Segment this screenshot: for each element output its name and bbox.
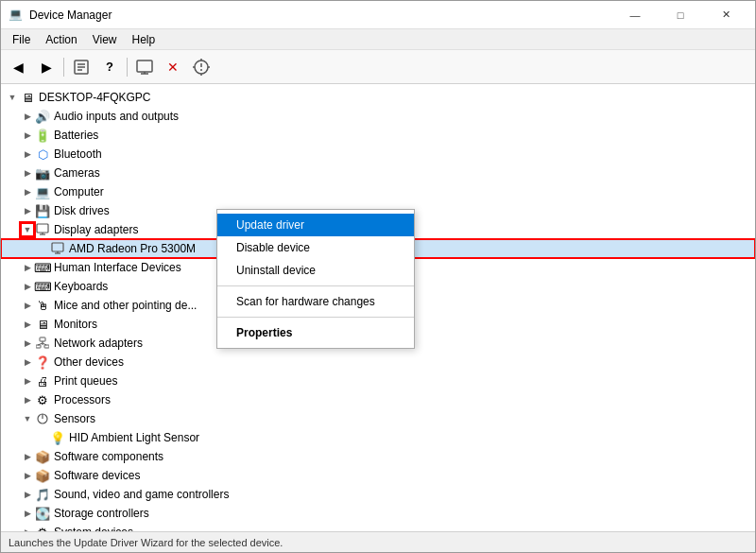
batteries-icon: 🔋 — [35, 128, 50, 143]
expand-amd[interactable] — [35, 241, 50, 256]
computer-icon: 💻 — [35, 184, 50, 199]
sensors-label: Sensors — [54, 412, 95, 425]
cameras-label: Cameras — [54, 166, 100, 180]
tree-item-other[interactable]: ▶ ❓ Other devices — [1, 353, 755, 372]
expand-swdev[interactable]: ▶ — [20, 468, 35, 483]
menu-help[interactable]: Help — [125, 31, 163, 48]
expand-mice[interactable]: ▶ — [20, 298, 35, 313]
audio-icon: 🔊 — [35, 109, 50, 124]
tree-item-cameras[interactable]: ▶ 📷 Cameras — [1, 164, 755, 182]
help-button[interactable]: ? — [96, 54, 123, 80]
tree-item-system[interactable]: ▶ ⚙ System devices — [1, 523, 755, 531]
back-button[interactable]: ◀ — [5, 54, 31, 80]
processors-label: Processors — [54, 393, 111, 406]
cameras-icon: 📷 — [35, 165, 50, 181]
window-title: Device Manager — [29, 9, 112, 22]
expand-processors[interactable]: ▶ — [20, 392, 35, 407]
content-area: ▼ 🖥 DESKTOP-4FQKGPC ▶ 🔊 Audio inputs and… — [1, 84, 755, 531]
print-label: Print queues — [54, 374, 117, 388]
storage-icon: 💽 — [35, 506, 50, 521]
tree-item-sound[interactable]: ▶ 🎵 Sound, video and game controllers — [1, 485, 755, 504]
monitors-icon: 🖥 — [35, 317, 50, 332]
title-bar-left: 💻 Device Manager — [9, 8, 112, 23]
toolbar-separator-2 — [127, 58, 128, 77]
swdev-icon: 📦 — [35, 468, 50, 483]
ctx-disable-device[interactable]: Disable device — [217, 236, 414, 259]
menu-file[interactable]: File — [5, 31, 38, 48]
expand-audio[interactable]: ▶ — [20, 109, 35, 124]
audio-label: Audio inputs and outputs — [54, 110, 179, 123]
disk-label: Disk drives — [54, 204, 110, 217]
menu-action[interactable]: Action — [38, 31, 84, 48]
tree-root[interactable]: ▼ 🖥 DESKTOP-4FQKGPC — [1, 88, 755, 107]
expand-root[interactable]: ▼ — [5, 90, 20, 105]
amd-label: AMD Radeon Pro 5300M — [69, 242, 196, 255]
expand-bluetooth[interactable]: ▶ — [20, 147, 35, 162]
ctx-uninstall-device[interactable]: Uninstall device — [217, 259, 414, 282]
bluetooth-icon: ⬡ — [35, 147, 50, 162]
storage-label: Storage controllers — [54, 507, 149, 520]
tree-item-processors[interactable]: ▶ ⚙ Processors — [1, 390, 755, 409]
root-label: DESKTOP-4FQKGPC — [39, 91, 150, 104]
expand-batteries[interactable]: ▶ — [20, 128, 35, 143]
expand-computer[interactable]: ▶ — [20, 184, 35, 199]
remove-button[interactable]: ✕ — [160, 54, 186, 80]
tree-item-audio[interactable]: ▶ 🔊 Audio inputs and outputs — [1, 107, 755, 126]
expand-network[interactable]: ▶ — [20, 336, 35, 351]
processors-icon: ⚙ — [35, 392, 50, 407]
expand-other[interactable]: ▶ — [20, 354, 35, 370]
print-icon: 🖨 — [35, 373, 50, 389]
expand-storage[interactable]: ▶ — [20, 506, 35, 521]
ctx-separator-1 — [217, 285, 414, 286]
expand-cameras[interactable]: ▶ — [20, 165, 35, 181]
sound-label: Sound, video and game controllers — [54, 488, 229, 501]
expand-monitors[interactable]: ▶ — [20, 317, 35, 332]
root-icon: 🖥 — [20, 90, 35, 105]
tree-item-sensors[interactable]: ▼ Sensors — [1, 409, 755, 428]
tree-item-storage[interactable]: ▶ 💽 Storage controllers — [1, 504, 755, 523]
menu-bar: File Action View Help — [1, 29, 755, 50]
properties-button[interactable] — [68, 54, 94, 80]
device-manager-window: 💻 Device Manager — □ ✕ File Action View … — [0, 0, 756, 553]
hid-icon: ⌨ — [35, 260, 50, 275]
tree-item-swdev[interactable]: ▶ 📦 Software devices — [1, 466, 755, 485]
bluetooth-label: Bluetooth — [54, 147, 102, 161]
tree-item-bluetooth[interactable]: ▶ ⬡ Bluetooth — [1, 145, 755, 164]
tree-item-batteries[interactable]: ▶ 🔋 Batteries — [1, 126, 755, 145]
minimize-button[interactable]: — — [613, 1, 657, 29]
scan-button[interactable] — [188, 54, 215, 80]
ctx-update-driver[interactable]: Update driver — [217, 214, 414, 236]
close-button[interactable]: ✕ — [704, 1, 747, 29]
tree-item-computer[interactable]: ▶ 💻 Computer — [1, 182, 755, 201]
other-label: Other devices — [54, 355, 124, 369]
scan-icon — [193, 59, 210, 76]
svg-rect-18 — [44, 345, 49, 348]
svg-rect-4 — [137, 60, 152, 72]
tree-item-swcomp[interactable]: ▶ 📦 Software components — [1, 447, 755, 466]
svg-rect-13 — [52, 243, 63, 251]
expand-sound[interactable]: ▶ — [20, 487, 35, 502]
svg-rect-10 — [37, 224, 48, 233]
window-icon: 💻 — [9, 8, 24, 23]
ctx-properties[interactable]: Properties — [217, 321, 414, 344]
title-controls: — □ ✕ — [613, 1, 747, 29]
update-button[interactable] — [131, 54, 158, 80]
ctx-scan-hardware[interactable]: Scan for hardware changes — [217, 290, 414, 313]
menu-view[interactable]: View — [85, 31, 125, 48]
expand-display[interactable]: ▼ — [20, 222, 35, 237]
expand-system[interactable]: ▶ — [20, 525, 35, 531]
disk-icon: 💾 — [35, 203, 50, 218]
expand-hid-light[interactable] — [35, 430, 50, 445]
expand-swcomp[interactable]: ▶ — [20, 449, 35, 464]
expand-sensors[interactable]: ▼ — [20, 411, 35, 426]
forward-button[interactable]: ▶ — [33, 54, 60, 80]
tree-item-print[interactable]: ▶ 🖨 Print queues — [1, 372, 755, 390]
swdev-label: Software devices — [54, 469, 140, 482]
maximize-button[interactable]: □ — [659, 1, 702, 29]
expand-print[interactable]: ▶ — [20, 373, 35, 389]
keyboards-icon: ⌨ — [35, 279, 50, 294]
toolbar-separator-1 — [63, 58, 64, 77]
expand-disk[interactable]: ▶ — [20, 203, 35, 218]
tree-item-hid-light[interactable]: 💡 HID Ambient Light Sensor — [1, 428, 755, 447]
hid-light-label: HID Ambient Light Sensor — [69, 431, 199, 444]
